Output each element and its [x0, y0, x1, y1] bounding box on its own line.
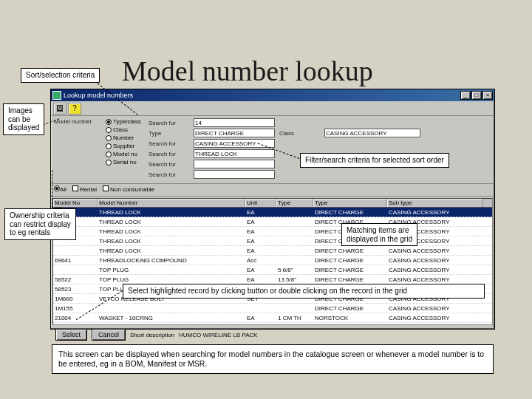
app-icon	[52, 91, 61, 100]
col-type[interactable]: Type	[313, 199, 387, 207]
lbl-type: Type	[149, 130, 189, 137]
callout-images: Images can be displayed	[3, 103, 44, 135]
table-row[interactable]: TOP PLUGEA5 6/8"DIRECT CHARGECASING ACCE…	[53, 265, 492, 275]
close-button[interactable]: ×	[482, 91, 493, 100]
minimize-button[interactable]: _	[460, 91, 471, 100]
lbl-search3: Search for	[149, 151, 189, 157]
page-title: Model number lookup	[122, 55, 373, 87]
callout-sort: Sort/selection criteria	[21, 68, 100, 83]
radio-modelno[interactable]: Model no	[106, 151, 144, 157]
radio-typeclass[interactable]: Type/class	[106, 118, 144, 125]
toolbar: 🖼 ?	[51, 101, 494, 116]
footer-note: This screen can be displayed when search…	[52, 344, 494, 374]
image-icon[interactable]: 🖼	[53, 103, 66, 115]
col-modelname[interactable]: Model Number	[98, 199, 245, 207]
table-row[interactable]: THREAD LOCKEADIRECT CHARGECASING ACCESSO…	[53, 227, 492, 236]
summary-label: Short description	[130, 332, 174, 338]
class-input[interactable]	[324, 129, 420, 137]
callout-matching: Matching items are displayed in the grid	[341, 223, 417, 246]
results-grid[interactable]: Model No Model Number Unit Type Type Sub…	[52, 198, 493, 325]
table-row[interactable]: 21004WASKET - 10CRNGEA1 CM THNORSTOCKCAS…	[53, 313, 492, 323]
summary-bar: Select Cancel Short description HUMCO WI…	[51, 327, 494, 343]
radio-supplier[interactable]: Supplier	[106, 143, 144, 149]
search-input-3[interactable]	[194, 149, 275, 158]
callout-select: Select highlighted record by clicking bu…	[123, 284, 485, 299]
col-subtype[interactable]: Sub type	[387, 199, 483, 207]
table-row[interactable]: THREAD LOCKEADIRECT CHARGECASING ACCESSO…	[53, 246, 492, 256]
table-row[interactable]: THREAD LOCKEADIRECT CHARGECASING ACCESSO…	[53, 217, 492, 227]
table-row[interactable]: THREAD LOCKEADIRECT CHARGECASING ACCESSO…	[53, 236, 492, 246]
lbl-search2: Search for	[149, 140, 189, 147]
lbl-class: Class	[279, 130, 320, 137]
callout-filter: Filter/search criteria for selected sort…	[300, 153, 449, 168]
table-row[interactable]: 69641THREADLOCKING COMPOUNDAccDIRECT CHA…	[53, 256, 492, 265]
help-icon[interactable]: ?	[68, 103, 81, 115]
search-input-5[interactable]	[194, 170, 275, 179]
maximize-button[interactable]: □	[471, 91, 482, 100]
window-title: Lookup model numbers	[64, 92, 133, 99]
lbl-search1: Search for	[149, 120, 189, 126]
criteria-fields: Search for Type Class Search for Search …	[149, 118, 491, 179]
criteria-panel: Model number Type/class Class Number Sup…	[51, 116, 494, 184]
ownership-row: All Rental Non consumable	[51, 184, 494, 197]
col-size[interactable]: Type	[276, 199, 313, 207]
search-input-4[interactable]	[194, 160, 275, 168]
cancel-button[interactable]: Cancel	[92, 329, 126, 341]
radio-number[interactable]: Number	[106, 134, 144, 141]
summary-value: HUMCO WIRELINE LB PACK	[179, 332, 258, 338]
col-unit[interactable]: Unit	[245, 199, 276, 207]
grid-header: Model No Model Number Unit Type Type Sub…	[53, 199, 492, 208]
select-button[interactable]: Select	[55, 329, 87, 341]
lbl-search4: Search for	[149, 161, 189, 168]
table-row[interactable]: 1M155DIRECT CHARGECASING ACCESSORY	[53, 304, 492, 313]
search-input-2[interactable]	[194, 139, 275, 148]
type-input[interactable]	[194, 129, 275, 137]
table-row[interactable]: 91THREAD LOCKEADIRECT CHARGECASING ACCES…	[53, 208, 492, 217]
criteria-radio-group: Type/class Class Number Supplier Model n…	[106, 118, 144, 179]
search-input-1[interactable]	[194, 118, 275, 127]
callout-ownership: Ownership criteria can restrict display …	[4, 208, 76, 240]
radio-class[interactable]: Class	[106, 126, 144, 133]
chk-nonconsumable[interactable]: Non consumable	[103, 185, 154, 193]
lbl-search5: Search for	[149, 171, 189, 178]
radio-serialno[interactable]: Serial no	[106, 159, 144, 166]
